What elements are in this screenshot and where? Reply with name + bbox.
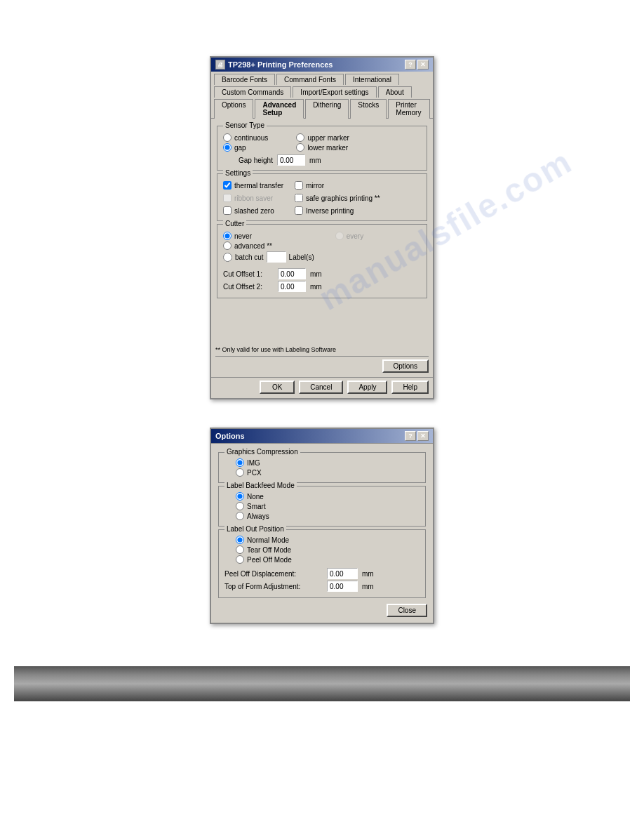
tab-command-fonts[interactable]: Command Fonts bbox=[276, 74, 344, 85]
mirror-cb[interactable] bbox=[295, 181, 303, 190]
radio-img-input[interactable] bbox=[236, 458, 244, 467]
radio-advanced-input[interactable] bbox=[335, 232, 344, 240]
radio-normal-mode-input[interactable] bbox=[236, 536, 244, 544]
settings-col-right: mirror safe graphics printing ** Inverse… bbox=[295, 180, 380, 216]
help-title-btn[interactable]: ? bbox=[405, 60, 416, 70]
radio-never: never bbox=[223, 232, 314, 240]
inverse-printing-cb[interactable] bbox=[295, 206, 303, 215]
dialog-title: TP298+ Printing Preferences bbox=[228, 60, 333, 69]
cutter-left: never advanced ** batch cut Label(s) bbox=[223, 230, 314, 264]
settings-col-left: thermal transfer ribbon saver slashed ze… bbox=[223, 180, 283, 216]
tab-custom-commands[interactable]: Custom Commands bbox=[214, 86, 291, 98]
radio-always-input[interactable] bbox=[236, 512, 244, 520]
options-close-btn[interactable]: ✕ bbox=[417, 431, 429, 441]
cut-offset2-input[interactable] bbox=[278, 281, 306, 292]
ok-button[interactable]: OK bbox=[260, 380, 295, 394]
options-help-btn[interactable]: ? bbox=[405, 431, 416, 441]
cut-offset2-label: Cut Offset 2: bbox=[223, 283, 274, 291]
dialog-buttons: OK Cancel Apply Help bbox=[211, 377, 433, 398]
every-count-input[interactable] bbox=[267, 251, 286, 263]
thermal-transfer-cb[interactable] bbox=[223, 181, 232, 190]
graphics-compression-label: Graphics Compression bbox=[224, 448, 300, 456]
tab-about[interactable]: About bbox=[378, 86, 412, 98]
options-dialog-content: Graphics Compression IMG PCX Label Backf… bbox=[211, 443, 433, 623]
safe-graphics-cb[interactable] bbox=[295, 194, 303, 202]
radio-tear-off-mode-input[interactable] bbox=[236, 545, 244, 554]
radio-smart-input[interactable] bbox=[236, 502, 244, 510]
cancel-button[interactable]: Cancel bbox=[299, 380, 343, 394]
radio-none-input[interactable] bbox=[236, 492, 244, 501]
radio-tear-off-mode: Tear Off Mode bbox=[236, 545, 420, 554]
options-title-bar: Options ? ✕ bbox=[211, 429, 433, 443]
options-button[interactable]: Options bbox=[382, 359, 429, 373]
radio-gap-input[interactable] bbox=[223, 143, 232, 152]
radio-every-row: batch cut Label(s) bbox=[223, 251, 314, 263]
peel-off-row: Peel Off Displacement: mm bbox=[224, 568, 420, 579]
close-btn-row: Close bbox=[217, 604, 427, 617]
cut-offset1-unit: mm bbox=[310, 270, 322, 278]
tab-import-export[interactable]: Import/Export settings bbox=[293, 86, 376, 98]
title-bar: 🖨 TP298+ Printing Preferences ? ✕ bbox=[211, 58, 433, 72]
printing-preferences-dialog: 🖨 TP298+ Printing Preferences ? ✕ Barcod… bbox=[210, 56, 434, 399]
tab-dithering[interactable]: Dithering bbox=[305, 99, 349, 119]
radio-batch-cut-input[interactable] bbox=[223, 241, 232, 250]
peel-off-input[interactable] bbox=[327, 568, 358, 579]
note-text: ** Only valid for use with Labeling Soft… bbox=[215, 346, 429, 353]
close-title-btn[interactable]: ✕ bbox=[417, 60, 429, 70]
options-btn-row: Options bbox=[215, 359, 429, 373]
sensor-type-label: Sensor Type bbox=[223, 121, 267, 129]
cut-offset1-row: Cut Offset 1: mm bbox=[223, 268, 421, 279]
radio-pcx-input[interactable] bbox=[236, 468, 244, 477]
radio-upper-marker-input[interactable] bbox=[296, 133, 304, 142]
apply-button[interactable]: Apply bbox=[347, 380, 387, 394]
cut-offset1-input[interactable] bbox=[278, 268, 306, 279]
label-s-text: Label(s) bbox=[289, 253, 314, 261]
gap-height-input[interactable] bbox=[277, 154, 305, 166]
options-dialog-title: Options bbox=[215, 432, 245, 440]
tab-row-1: Barcode Fonts Command Fonts Internationa… bbox=[211, 72, 433, 84]
check-ribbon-saver: ribbon saver bbox=[223, 194, 283, 202]
radio-img: IMG bbox=[236, 458, 420, 467]
close-button[interactable]: Close bbox=[387, 604, 427, 617]
radio-every-input[interactable] bbox=[223, 253, 232, 262]
top-form-unit: mm bbox=[362, 583, 374, 590]
top-form-label: Top of Form Adjustment: bbox=[224, 583, 323, 590]
settings-label: Settings bbox=[223, 169, 253, 177]
tab-barcode-fonts[interactable]: Barcode Fonts bbox=[214, 74, 275, 85]
label-out-position-group: Label Out Position Normal Mode Tear Off … bbox=[218, 529, 426, 598]
graphics-compression-group: Graphics Compression IMG PCX bbox=[218, 452, 426, 483]
slashed-zero-cb[interactable] bbox=[223, 206, 232, 215]
label-backfeed-group: Label Backfeed Mode None Smart Always bbox=[218, 486, 426, 527]
options-title-left: Options bbox=[215, 432, 245, 440]
sensor-type-group: Sensor Type continuous gap bbox=[217, 126, 427, 171]
top-form-row: Top of Form Adjustment: mm bbox=[224, 581, 420, 592]
printer-icon: 🖨 bbox=[215, 60, 225, 70]
separator-line bbox=[215, 356, 429, 357]
tab-advanced-setup[interactable]: Advanced Setup bbox=[255, 99, 304, 119]
cutter-right: every bbox=[335, 230, 363, 264]
tab-options[interactable]: Options bbox=[214, 99, 253, 119]
radio-lower-marker-input[interactable] bbox=[296, 143, 304, 152]
tab-stocks[interactable]: Stocks bbox=[350, 99, 387, 119]
ribbon-saver-cb[interactable] bbox=[223, 194, 232, 202]
radio-none: None bbox=[236, 492, 420, 501]
help-button[interactable]: Help bbox=[391, 380, 429, 394]
dialog-main-content: Sensor Type continuous gap bbox=[211, 118, 433, 377]
cut-offset2-row: Cut Offset 2: mm bbox=[223, 281, 421, 292]
radio-gap: gap bbox=[223, 143, 268, 152]
title-bar-buttons: ? ✕ bbox=[405, 60, 429, 70]
radio-never-input[interactable] bbox=[223, 232, 232, 240]
check-slashed-zero: slashed zero bbox=[223, 206, 283, 215]
radio-always: Always bbox=[236, 512, 420, 520]
tab-printer-memory[interactable]: Printer Memory bbox=[388, 99, 430, 119]
radio-peel-off-mode-input[interactable] bbox=[236, 555, 244, 564]
bottom-stripe bbox=[14, 666, 630, 701]
label-backfeed-label: Label Backfeed Mode bbox=[224, 482, 297, 489]
spacer-area bbox=[215, 301, 429, 343]
title-bar-left: 🖨 TP298+ Printing Preferences bbox=[215, 60, 333, 70]
tab-international[interactable]: International bbox=[345, 74, 399, 85]
options-dialog: Options ? ✕ Graphics Compression IMG bbox=[210, 428, 434, 624]
top-form-input[interactable] bbox=[327, 581, 358, 592]
radio-peel-off-mode: Peel Off Mode bbox=[236, 555, 420, 564]
radio-continuous-input[interactable] bbox=[223, 133, 232, 142]
